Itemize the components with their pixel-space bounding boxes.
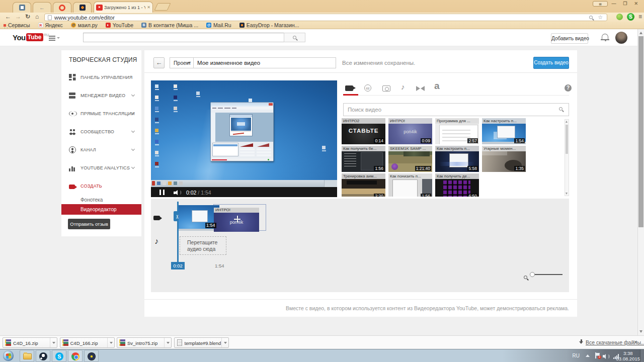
- video-search-input[interactable]: Поиск видео: [343, 103, 569, 116]
- close-button[interactable]: ✕: [634, 1, 638, 6]
- language-indicator[interactable]: RU: [573, 353, 580, 358]
- download-caret-icon[interactable]: [50, 338, 57, 347]
- extension-icon-s[interactable]: S: [627, 13, 634, 21]
- start-button[interactable]: [3, 350, 14, 361]
- taskbar-steam[interactable]: [36, 350, 50, 362]
- video-thumbnail[interactable]: ИНТРО!pon4ik0:09: [388, 118, 432, 144]
- address-bar[interactable]: www.youtube.com/editor ☆: [44, 14, 607, 21]
- download-item[interactable]: Sv_intro75.zip: [117, 337, 172, 348]
- video-thumbnail[interactable]: Программа для ...2:57: [435, 118, 479, 144]
- sidebar-item[interactable]: ПАНЕЛЬ УПРАВЛЕНИЯ: [61, 71, 141, 83]
- taskbar-explorer[interactable]: [20, 350, 34, 362]
- download-item[interactable]: C4D_166.zip: [60, 337, 115, 348]
- sidebar-item[interactable]: МЕНЕДЖЕР ВИДЕО: [61, 89, 141, 102]
- bookmark-item[interactable]: Яндекс: [38, 22, 63, 28]
- home-icon[interactable]: ⌂: [35, 13, 39, 20]
- search-button[interactable]: [284, 33, 305, 42]
- avatar[interactable]: [615, 32, 627, 44]
- video-thumbnail[interactable]: Как получить де...6:50: [435, 173, 479, 197]
- add-video-button[interactable]: Добавить видео: [551, 33, 588, 44]
- clock[interactable]: 3:3803.08.2015: [616, 350, 640, 361]
- zoom-slider-knob[interactable]: [530, 272, 535, 277]
- video-thumbnail[interactable]: ИНТРО2СТАВЬТЕ0:14: [342, 118, 385, 144]
- blend-file-icon: [177, 339, 182, 346]
- downloads-close-icon[interactable]: ×: [634, 339, 637, 345]
- pause-icon[interactable]: [159, 190, 165, 195]
- sidebar-item[interactable]: КАНАЛ: [61, 144, 141, 156]
- pinned-tab-3[interactable]: [53, 2, 71, 13]
- bookmark-item[interactable]: EasyDrop - Магазин...: [239, 22, 299, 28]
- zoom-slider-track[interactable]: [535, 274, 562, 275]
- project-name-input[interactable]: Мое измененное видео: [194, 57, 336, 68]
- bookmark-item[interactable]: В контакте (Миша ...: [141, 22, 198, 28]
- zoom-icon[interactable]: [589, 16, 593, 19]
- download-item[interactable]: template#9.blend: [174, 337, 229, 348]
- reload-icon[interactable]: ↻: [25, 13, 30, 20]
- help-icon[interactable]: ?: [565, 84, 572, 92]
- bookmark-item[interactable]: Сервисы: [4, 22, 30, 28]
- sidebar-item-fonoteka[interactable]: Фонотека: [80, 197, 103, 203]
- sidebar-item-videoeditor[interactable]: Видеоредактор: [61, 204, 141, 215]
- timeline-clip-2[interactable]: ИНТРО! pon4ik: [214, 208, 259, 232]
- tab-close-icon[interactable]: ✕: [147, 5, 150, 10]
- guide-menu-icon[interactable]: [49, 36, 56, 41]
- search-input[interactable]: [83, 33, 284, 42]
- bookmark-star-icon[interactable]: ☆: [598, 14, 603, 21]
- back-icon[interactable]: ←: [5, 13, 11, 20]
- bookmark-item[interactable]: YouTube: [106, 22, 133, 28]
- video-thumbnail[interactable]: Как настроить п...1:54: [482, 118, 526, 144]
- extension-icon-green[interactable]: [616, 14, 623, 20]
- video-search-icon[interactable]: [559, 107, 562, 111]
- grid-scrollbar[interactable]: [565, 119, 569, 196]
- download-caret-icon[interactable]: [221, 338, 228, 347]
- pinned-tab-2[interactable]: ←: [33, 2, 51, 13]
- sidebar-item[interactable]: YOUTUBE ANALYTICS: [61, 162, 141, 174]
- audio-drop-zone[interactable]: Перетащитеаудио сюда: [180, 236, 226, 255]
- notifications-bell-icon[interactable]: [602, 34, 608, 39]
- feedback-button[interactable]: Отправить отзыв: [68, 219, 110, 229]
- restore-button[interactable]: ❐: [623, 1, 627, 6]
- new-tab-button[interactable]: [154, 3, 171, 11]
- minimize-button[interactable]: —: [611, 1, 616, 6]
- video-thumbnail[interactable]: Как получить бе...1:56: [342, 146, 385, 172]
- video-thumbnail[interactable]: Как понизить п...1:56: [388, 173, 432, 197]
- show-desktop-button[interactable]: [640, 349, 644, 362]
- tray-volume-icon[interactable]: [603, 353, 610, 359]
- sidebar-item[interactable]: СОЗДАТЬ: [61, 180, 141, 192]
- taskbar-app[interactable]: [84, 350, 99, 362]
- bookmark-item[interactable]: Mail.Ru: [206, 22, 231, 28]
- pinned-tab-4[interactable]: [73, 2, 92, 13]
- tab-text[interactable]: a: [434, 80, 440, 92]
- pinned-tab-1[interactable]: [13, 2, 31, 13]
- youtube-logo[interactable]: You Tube RU: [13, 33, 49, 42]
- video-frame[interactable]: [151, 80, 337, 187]
- project-dropdown[interactable]: Проект: [170, 57, 194, 68]
- download-caret-icon[interactable]: [164, 338, 171, 347]
- window-scrollbar[interactable]: [637, 29, 644, 335]
- video-thumbnail[interactable]: Угарные момен...1:35: [482, 146, 526, 172]
- taskbar-skype[interactable]: S: [52, 350, 66, 362]
- bookmark-item[interactable]: маил.ру: [71, 22, 98, 28]
- download-caret-icon[interactable]: [107, 338, 114, 347]
- video-thumbnail[interactable]: Как настроить п...5:58: [435, 146, 479, 172]
- time-current: 0:02: [186, 190, 196, 196]
- video-thumbnail[interactable]: SKEEM1K SAMP ...1:21:40: [388, 146, 432, 172]
- taskbar-chrome[interactable]: [68, 350, 83, 362]
- sidebar-item[interactable]: ПРЯМЫЕ ТРАНСЛЯЦИИ: [61, 108, 141, 120]
- action-center-flag-icon[interactable]: ✕: [595, 352, 600, 358]
- tab-photos[interactable]: [382, 85, 390, 92]
- folder-icon: [23, 353, 32, 359]
- back-button[interactable]: ←: [153, 57, 165, 68]
- tab-audio[interactable]: ♪: [401, 82, 405, 91]
- active-tab[interactable]: Загружено 1 из 1 - YouTu ✕: [94, 2, 153, 13]
- tab-captions[interactable]: cc: [364, 84, 371, 92]
- tab-videos[interactable]: [345, 84, 356, 94]
- forward-icon[interactable]: →: [15, 13, 21, 20]
- tray-expand-icon[interactable]: [586, 354, 590, 357]
- sidebar-item[interactable]: СООБЩЕСТВО: [61, 126, 141, 138]
- download-item[interactable]: C4D_16.zip: [3, 337, 57, 348]
- video-thumbnail[interactable]: Тренировка аим...2:20: [342, 173, 385, 197]
- browser-menu-icon[interactable]: ≡: [638, 14, 642, 20]
- titlebar-badge[interactable]: ▦: [593, 1, 608, 7]
- create-video-button[interactable]: Создать видео: [533, 57, 569, 69]
